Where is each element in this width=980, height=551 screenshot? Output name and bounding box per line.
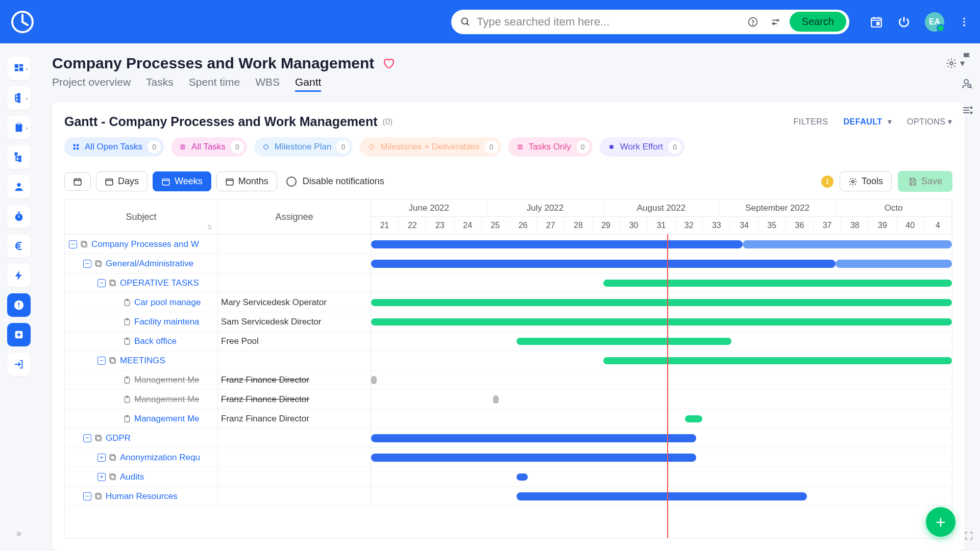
sidebar-exit[interactable] — [7, 353, 31, 376]
expand-toggle[interactable] — [83, 434, 91, 442]
user-avatar[interactable]: EA — [925, 12, 944, 32]
sidebar-euro[interactable] — [7, 234, 31, 258]
sidebar-alert[interactable] — [7, 293, 31, 317]
zoom-months-button[interactable]: Months — [216, 171, 277, 191]
gantt-bar[interactable] — [371, 454, 696, 462]
zoom-weeks-button[interactable]: Weeks — [153, 171, 211, 191]
settings-list-icon[interactable] — [961, 104, 973, 116]
filters-dropdown[interactable]: DEFAULT ▾ — [844, 117, 892, 127]
expand-toggle[interactable] — [83, 492, 91, 500]
info-badge[interactable]: i — [821, 176, 834, 188]
flag-icon[interactable] — [961, 51, 973, 63]
favorite-icon[interactable] — [382, 57, 395, 69]
tab-tasks[interactable]: Tasks — [146, 76, 174, 92]
calendar-picker-button[interactable] — [64, 172, 91, 191]
sidebar-dashboard[interactable] — [7, 57, 31, 80]
sidebar-tree[interactable] — [7, 145, 31, 169]
gantt-row: OPERATIVE TASKS — [65, 273, 952, 293]
zoom-days-button[interactable]: Days — [96, 171, 148, 191]
cell-assignee: Free Pool — [218, 332, 371, 351]
search-button[interactable]: Search — [790, 12, 846, 32]
week-label: 21 — [371, 217, 399, 234]
sidebar-user[interactable] — [7, 175, 31, 198]
gantt-bar[interactable] — [743, 240, 952, 248]
column-header-subject[interactable]: Subject⇅ — [65, 199, 218, 234]
gantt-bar[interactable] — [371, 240, 743, 248]
gantt-bar[interactable] — [517, 473, 528, 481]
tab-spent-time[interactable]: Spent time — [189, 76, 240, 92]
gantt-bar[interactable] — [371, 260, 836, 268]
task-link[interactable]: Management Me — [134, 414, 200, 424]
gantt-row: Management MeFranz Finance Director — [65, 370, 952, 390]
filter-chip-milestones-deliverables[interactable]: Milestones + Deliverables0 — [360, 137, 501, 157]
task-link[interactable]: Human Resources — [106, 491, 178, 502]
task-link[interactable]: Car pool manage — [134, 297, 201, 308]
column-header-assignee[interactable]: Assignee — [218, 199, 371, 234]
tab-wbs[interactable]: WBS — [255, 76, 280, 92]
gantt-bar[interactable] — [371, 376, 377, 384]
week-label: 26 — [509, 217, 537, 234]
gantt-bar[interactable] — [371, 434, 696, 442]
task-link[interactable]: MEETINGS — [120, 356, 165, 366]
calendar-icon[interactable] — [870, 15, 883, 29]
sidebar-bolt[interactable] — [7, 264, 31, 287]
task-link[interactable]: Facility maintena — [134, 317, 200, 327]
task-link[interactable]: Management Me — [134, 375, 200, 385]
expand-toggle[interactable] — [97, 473, 106, 481]
gantt-bar[interactable] — [603, 280, 952, 287]
filter-chip-work-effort[interactable]: Work Effort0 — [600, 137, 684, 157]
add-fab-button[interactable]: + — [926, 507, 955, 537]
task-link[interactable]: Back office — [134, 336, 177, 346]
task-link[interactable]: OPERATIVE TASKS — [120, 278, 199, 288]
sort-icon[interactable]: ⇅ — [207, 224, 212, 231]
filter-chip-all-tasks[interactable]: All Tasks0 — [171, 137, 247, 157]
gantt-bar[interactable] — [685, 415, 702, 422]
search-input[interactable] — [477, 15, 739, 29]
fullscreen-icon[interactable] — [964, 531, 974, 541]
tab-project-overview[interactable]: Project overview — [52, 76, 131, 92]
week-label: 23 — [426, 217, 454, 234]
gantt-bar[interactable] — [517, 492, 807, 500]
gantt-row: Anonymization Requ — [65, 448, 952, 467]
expand-toggle[interactable] — [97, 454, 106, 462]
options-dropdown[interactable]: OPTIONS ▾ — [907, 117, 952, 127]
filter-chip-milestone-plan[interactable]: Milestone Plan0 — [254, 137, 353, 157]
expand-toggle[interactable] — [69, 240, 77, 248]
power-icon[interactable] — [897, 15, 911, 29]
tab-gantt[interactable]: Gantt — [295, 76, 321, 92]
more-icon[interactable] — [959, 16, 970, 28]
gantt-bar[interactable] — [371, 318, 952, 325]
save-button[interactable]: Save — [898, 171, 952, 192]
sidebar-clipboard[interactable] — [7, 116, 31, 139]
filter-chip-all-open-tasks[interactable]: All Open Tasks0 — [64, 137, 164, 157]
tools-button[interactable]: Tools — [840, 171, 892, 191]
task-link[interactable]: GDPR — [106, 433, 131, 443]
expand-toggle[interactable] — [97, 279, 106, 287]
diamond-icon — [262, 143, 270, 151]
svg-point-40 — [852, 180, 854, 183]
gantt-bar[interactable] — [493, 395, 499, 404]
adjust-icon[interactable] — [767, 17, 783, 27]
sidebar-timer[interactable] — [7, 205, 31, 228]
task-link[interactable]: Audits — [120, 472, 144, 482]
gantt-bar[interactable] — [836, 260, 952, 268]
app-logo[interactable] — [10, 10, 35, 34]
task-link[interactable]: Anonymization Requ — [120, 453, 200, 463]
expand-toggle[interactable] — [83, 260, 91, 268]
sidebar-expand[interactable]: » — [7, 521, 31, 545]
gantt-bar[interactable] — [517, 338, 731, 345]
svg-rect-36 — [74, 179, 81, 185]
gantt-bar[interactable] — [603, 357, 952, 364]
gantt-bar[interactable] — [371, 299, 952, 306]
expand-toggle[interactable] — [97, 357, 106, 365]
sidebar-wbs[interactable] — [7, 86, 31, 110]
task-link[interactable]: Management Me — [134, 394, 200, 405]
user-search-icon[interactable] — [961, 78, 973, 90]
folder-icon — [94, 492, 103, 500]
disable-notifications-toggle[interactable]: Disable notifications — [286, 176, 384, 187]
task-link[interactable]: General/Administrative — [106, 259, 193, 269]
task-link[interactable]: Company Processes and W — [91, 239, 199, 249]
filter-chip-tasks-only[interactable]: Tasks Only0 — [508, 137, 593, 157]
help-icon[interactable] — [745, 17, 761, 27]
sidebar-add[interactable] — [7, 323, 31, 346]
